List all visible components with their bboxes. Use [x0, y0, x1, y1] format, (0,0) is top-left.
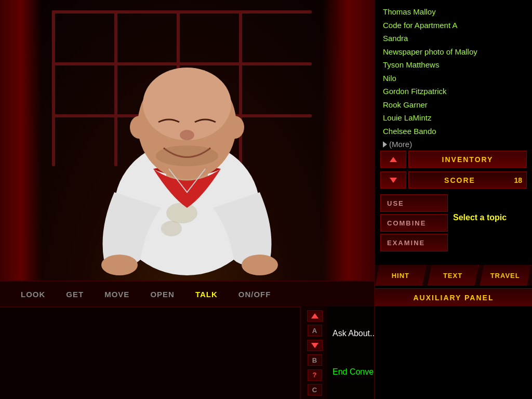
topic-code-apartment[interactable]: Code for Apartment A — [383, 19, 524, 32]
topics-list: Thomas Malloy Code for Apartment A Sandr… — [375, 0, 532, 145]
topic-rook-garner[interactable]: Rook Garner — [383, 98, 524, 112]
topic-chelsee-bando[interactable]: Chelsee Bando — [383, 125, 524, 138]
conv-scroll-down[interactable] — [307, 340, 323, 351]
examine-button[interactable]: EXAMINE — [380, 234, 448, 251]
character-figure — [57, 31, 317, 281]
conv-scroll-up[interactable] — [307, 310, 323, 322]
open-button[interactable]: OPEN — [140, 290, 185, 299]
score-value: 18 — [511, 176, 526, 184]
svg-point-9 — [225, 116, 244, 139]
topic-thomas-malloy[interactable]: Thomas Malloy — [383, 5, 524, 19]
svg-point-1 — [166, 203, 197, 223]
curtain-right — [322, 0, 374, 281]
option-b-label: B — [308, 354, 322, 366]
svg-point-2 — [161, 221, 182, 236]
onoff-button[interactable]: ON/OFF — [228, 290, 282, 299]
svg-point-11 — [242, 255, 278, 275]
topic-sandra[interactable]: Sandra — [383, 32, 524, 45]
text-button[interactable]: TEXT — [428, 265, 479, 286]
option-c-label: C — [308, 384, 322, 395]
topic-gordon-fitzpatrick[interactable]: Gordon Fitzpatrick — [383, 85, 524, 98]
game-viewport — [0, 0, 374, 281]
curtain-left — [0, 0, 42, 281]
look-button[interactable]: LOOK — [10, 290, 56, 299]
combine-button[interactable]: COMBINE — [380, 214, 448, 232]
right-panel: Thomas Malloy Code for Apartment A Sandr… — [374, 0, 532, 399]
svg-point-8 — [130, 116, 149, 139]
svg-point-7 — [156, 145, 218, 166]
svg-point-6 — [180, 130, 194, 140]
talk-button[interactable]: TALK — [185, 290, 228, 299]
select-topic-label: Select a topic — [453, 213, 529, 222]
topic-nilo[interactable]: Nilo — [383, 72, 524, 85]
inventory-label: INVENTORY — [442, 155, 494, 164]
topic-louie-lamintz[interactable]: Louie LaMintz — [383, 111, 524, 125]
score-label: SCORE — [409, 176, 511, 184]
move-button[interactable]: MOVE — [94, 290, 140, 299]
more-arrow-icon — [383, 141, 387, 148]
get-button[interactable]: GET — [56, 290, 94, 299]
more-label: (More) — [389, 140, 412, 149]
option-a-label: A — [308, 325, 322, 336]
conversation-controls: A B ? C — [300, 307, 329, 399]
svg-point-10 — [101, 255, 138, 275]
auxiliary-panel-button[interactable]: AUXILIARY PANEL — [375, 288, 532, 306]
topic-newspaper-photo[interactable]: Newspaper photo of Malloy — [383, 45, 524, 59]
inventory-button[interactable]: INVENTORY — [408, 151, 527, 168]
bottom-nav: HINT TEXT TRAVEL — [375, 265, 532, 286]
conv-question-button[interactable]: ? — [308, 369, 322, 381]
auxiliary-panel-label: AUXILIARY PANEL — [414, 294, 494, 302]
action-bar: LOOK GET MOVE OPEN TALK ON/OFF — [0, 281, 374, 307]
svg-point-5 — [143, 68, 231, 140]
hint-button[interactable]: HINT — [375, 265, 427, 286]
more-button[interactable]: (More) — [383, 140, 524, 149]
topics-scroll-up[interactable] — [380, 151, 406, 168]
topics-scroll-down[interactable] — [380, 171, 406, 189]
use-button[interactable]: USE — [380, 194, 448, 212]
travel-button[interactable]: TRAVEL — [480, 265, 531, 286]
topic-tyson-matthews[interactable]: Tyson Matthews — [383, 58, 524, 72]
